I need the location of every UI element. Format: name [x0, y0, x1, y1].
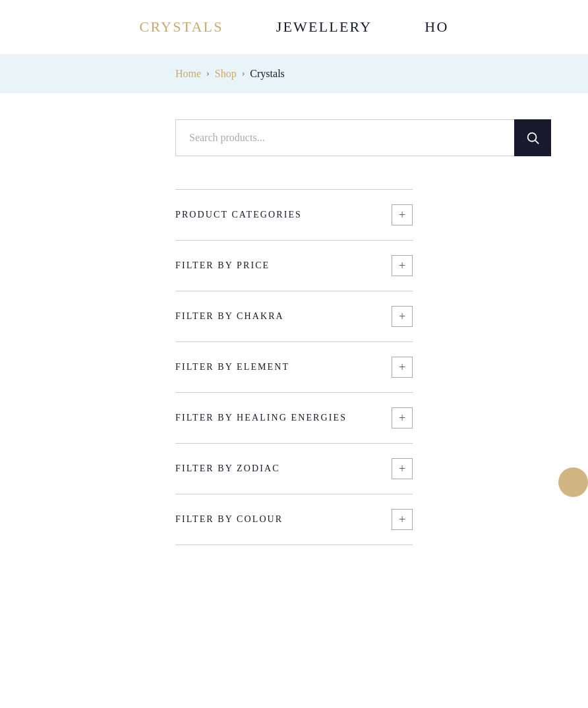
svg-point-0	[528, 133, 537, 142]
filter-zodiac[interactable]: FILTER BY ZODIAC +	[175, 444, 413, 494]
breadcrumb-bar: Home › Shop › Crystals	[0, 55, 588, 93]
breadcrumb-home[interactable]: Home	[175, 68, 201, 80]
filter-element-toggle[interactable]: +	[392, 357, 413, 378]
filter-price[interactable]: FILTER BY PRICE +	[175, 241, 413, 291]
search-bar	[175, 119, 551, 156]
nav-crystals[interactable]: CRYSTALS	[140, 18, 223, 36]
site-header: CRYSTALS JEWELLERY HO	[0, 0, 588, 55]
filter-price-toggle[interactable]: +	[392, 255, 413, 276]
breadcrumb-sep-1: ›	[206, 69, 210, 79]
filter-colour-toggle[interactable]: +	[392, 509, 413, 530]
filter-colour-label: FILTER BY COLOUR	[175, 514, 283, 525]
breadcrumb-shop[interactable]: Shop	[215, 68, 237, 80]
filter-element-label: FILTER BY ELEMENT	[175, 362, 289, 372]
nav-jewellery[interactable]: JEWELLERY	[276, 18, 372, 36]
filter-product-categories[interactable]: PRODUCT CATEGORIES +	[175, 189, 413, 241]
main-nav: CRYSTALS JEWELLERY HO	[140, 18, 449, 36]
nav-home[interactable]: HO	[425, 18, 448, 36]
filter-product-categories-toggle[interactable]: +	[392, 204, 413, 225]
filter-element[interactable]: FILTER BY ELEMENT +	[175, 342, 413, 393]
search-icon	[525, 131, 540, 145]
filter-healing-energies-toggle[interactable]: +	[392, 407, 413, 428]
floating-element	[558, 467, 588, 497]
filter-chakra[interactable]: FILTER BY CHAKRA +	[175, 291, 413, 342]
breadcrumb-current: Crystals	[250, 68, 284, 80]
filter-healing-energies-label: FILTER BY HEALING ENERGIES	[175, 413, 347, 423]
filter-product-categories-label: PRODUCT CATEGORIES	[175, 210, 302, 220]
filter-price-label: FILTER BY PRICE	[175, 260, 270, 271]
filter-chakra-label: FILTER BY CHAKRA	[175, 311, 284, 322]
svg-line-1	[535, 140, 539, 144]
main-content: PRODUCT CATEGORIES + FILTER BY PRICE + F…	[30, 93, 558, 572]
filter-list: PRODUCT CATEGORIES + FILTER BY PRICE + F…	[175, 189, 413, 545]
filter-zodiac-toggle[interactable]: +	[392, 458, 413, 479]
breadcrumb: Home › Shop › Crystals	[30, 68, 558, 80]
breadcrumb-sep-2: ›	[242, 69, 245, 79]
filter-healing-energies[interactable]: FILTER BY HEALING ENERGIES +	[175, 393, 413, 444]
search-input[interactable]	[175, 119, 514, 156]
filter-zodiac-label: FILTER BY ZODIAC	[175, 463, 280, 474]
filter-colour[interactable]: FILTER BY COLOUR +	[175, 494, 413, 545]
filter-chakra-toggle[interactable]: +	[392, 306, 413, 327]
search-button[interactable]	[514, 119, 551, 156]
